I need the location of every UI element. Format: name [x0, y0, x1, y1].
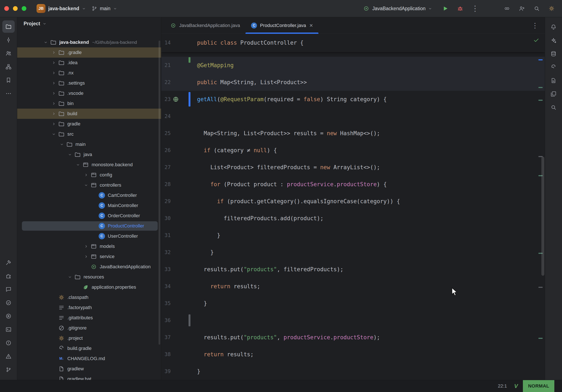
ideavim-icon[interactable]: V: [514, 383, 518, 390]
tree-item-ProductController[interactable]: CProductController: [17, 221, 161, 231]
line-number[interactable]: 27: [161, 159, 171, 176]
tree-item-config[interactable]: config: [17, 170, 161, 180]
line-number[interactable]: 24: [161, 108, 171, 125]
line-number[interactable]: 25: [161, 125, 171, 142]
dependencies-button[interactable]: [2, 270, 15, 282]
code-line-30[interactable]: 30 filteredProducts.add(product);: [161, 210, 545, 227]
line-number[interactable]: 35: [161, 295, 171, 312]
code-line-21[interactable]: 21@GetMapping: [161, 57, 545, 74]
code-line-25[interactable]: 25 Map<String, List<Product>> results = …: [161, 125, 545, 142]
tree-item-.vscode[interactable]: .vscode: [17, 88, 161, 98]
ai-assistant-button[interactable]: [503, 4, 511, 13]
bookmarks-button[interactable]: [2, 74, 15, 86]
code-line-28[interactable]: 28 for (Product product : productService…: [161, 176, 545, 193]
chevron-right-icon[interactable]: [50, 91, 58, 95]
code-line-37[interactable]: 37 results.put("products", productServic…: [161, 329, 545, 346]
warnings-button[interactable]: [2, 350, 15, 362]
tree-item-build.gradle[interactable]: build.gradle: [17, 343, 161, 354]
chevron-right-icon[interactable]: [50, 102, 58, 106]
code-review-button[interactable]: [2, 47, 15, 59]
chevron-right-icon[interactable]: [50, 51, 58, 54]
minimize-window-button[interactable]: [13, 6, 18, 11]
close-window-button[interactable]: [4, 6, 9, 11]
code-line-34[interactable]: 34 return results;: [161, 278, 545, 295]
project-tree-scrollbar[interactable]: [159, 41, 160, 344]
more-actions-button[interactable]: ⋮: [471, 4, 480, 13]
chevron-right-icon[interactable]: [50, 112, 58, 116]
code-line-27[interactable]: 27 List<Product> filteredProducts = new …: [161, 159, 545, 176]
terminal-button[interactable]: [2, 323, 15, 336]
line-number[interactable]: 32: [161, 244, 171, 261]
settings-button[interactable]: [547, 4, 556, 13]
tree-item-JavaBackendApplication[interactable]: JavaBackendApplication: [17, 262, 161, 272]
tree-item-.classpath[interactable]: .classpath: [17, 292, 161, 302]
zoom-window-button[interactable]: [22, 6, 26, 11]
layers-button[interactable]: [547, 88, 560, 100]
project-selector[interactable]: JB java-backend: [34, 2, 89, 15]
gradle-button[interactable]: [547, 61, 560, 73]
build-button[interactable]: [2, 256, 15, 269]
code-line-36[interactable]: 36: [161, 312, 545, 329]
code-line-39[interactable]: 39}: [161, 363, 545, 380]
code-line-23[interactable]: 23getAll(@RequestParam(required = false)…: [161, 91, 545, 108]
caret-position[interactable]: 22:1: [498, 383, 507, 389]
tree-item-models[interactable]: models: [17, 241, 161, 251]
tree-item-service[interactable]: service: [17, 251, 161, 262]
code-area[interactable]: 14 public class ProductController { 21@G…: [161, 34, 545, 380]
tree-item-resources[interactable]: resources: [17, 272, 161, 282]
tab-ProductController.java[interactable]: CProductController.java×: [246, 17, 318, 34]
chevron-down-icon[interactable]: [74, 163, 82, 167]
code-line-26[interactable]: 26 if (category ≠ null) {: [161, 142, 545, 159]
branch-selector[interactable]: main: [89, 4, 120, 13]
dependencies-doc-button[interactable]: [547, 74, 560, 87]
project-button[interactable]: [2, 20, 15, 33]
tree-item-bin[interactable]: bin: [17, 98, 161, 109]
structure-button[interactable]: [2, 60, 15, 73]
chevron-right-icon[interactable]: [50, 71, 58, 75]
tree-item-.project[interactable]: .project: [17, 333, 161, 343]
tree-item-.gitignore[interactable]: .gitignore: [17, 323, 161, 333]
tree-item-java-backend[interactable]: java-backend~/Github/java-backend: [17, 37, 161, 48]
line-number[interactable]: 33: [161, 261, 171, 278]
code-line-31[interactable]: 31 }: [161, 227, 545, 244]
tree-item-CHANGELOG.md[interactable]: M↓CHANGELOG.md: [17, 354, 161, 364]
chevron-right-icon[interactable]: [50, 61, 58, 65]
services-button[interactable]: [2, 310, 15, 322]
find-button[interactable]: [547, 101, 560, 114]
chevron-right-icon[interactable]: [82, 173, 90, 177]
tree-item-.factorypath[interactable]: .factorypath: [17, 302, 161, 313]
database-button[interactable]: [547, 48, 560, 60]
code-line-38[interactable]: 38 return results;: [161, 346, 545, 363]
chevron-down-icon[interactable]: [66, 275, 74, 279]
tree-item-java[interactable]: java: [17, 149, 161, 160]
tree-item-OrderController[interactable]: COrderController: [17, 211, 161, 221]
chevron-down-icon[interactable]: [42, 40, 50, 44]
more-tools-button[interactable]: [2, 87, 15, 100]
tree-item-src[interactable]: src: [17, 129, 161, 139]
ai-chat-button[interactable]: [2, 283, 15, 296]
run-button[interactable]: [441, 4, 450, 13]
tree-item-gradlew[interactable]: gradlew: [17, 364, 161, 374]
editor-scrollbar[interactable]: [541, 157, 544, 276]
tree-item-monostore.backend[interactable]: monostore.backend: [17, 160, 161, 170]
chevron-right-icon[interactable]: [50, 81, 58, 85]
tree-item-.settings[interactable]: .settings: [17, 78, 161, 88]
search-everywhere-button[interactable]: [532, 4, 541, 13]
commit-button[interactable]: [2, 34, 15, 46]
debug-button[interactable]: [456, 4, 465, 13]
close-tab-icon[interactable]: ×: [309, 22, 313, 29]
code-line-32[interactable]: 32 }: [161, 244, 545, 261]
tree-item-UserController[interactable]: CUserController: [17, 231, 161, 241]
tree-item-gradle[interactable]: gradle: [17, 119, 161, 129]
line-number[interactable]: 22: [161, 74, 171, 91]
tab-options-button[interactable]: ⋮: [525, 17, 545, 34]
chevron-down-icon[interactable]: [50, 132, 58, 136]
code-line-33[interactable]: 33 results.put("products", filteredProdu…: [161, 261, 545, 278]
tree-item-.nx[interactable]: .nx: [17, 68, 161, 78]
chevron-down-icon[interactable]: [58, 143, 66, 146]
line-number[interactable]: 39: [161, 363, 171, 380]
project-panel-header[interactable]: Project: [17, 17, 161, 30]
run-config-selector[interactable]: JavaBackendApplication: [360, 4, 435, 13]
tree-item-controllers[interactable]: controllers: [17, 180, 161, 190]
line-number[interactable]: 23: [161, 91, 171, 108]
